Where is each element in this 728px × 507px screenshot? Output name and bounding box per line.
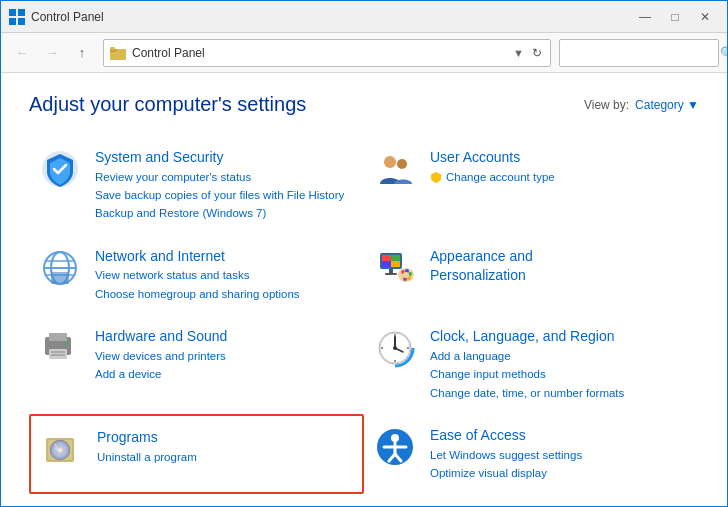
content-area: Adjust your computer's settings View by:…: [1, 73, 727, 507]
ease-of-access-icon: [374, 426, 416, 468]
svg-rect-3: [18, 18, 25, 25]
ease-of-access-text: Ease of Access Let Windows suggest setti…: [430, 426, 689, 482]
appearance-text: Appearance andPersonalization: [430, 247, 689, 286]
up-button[interactable]: ↑: [69, 40, 95, 66]
svg-point-42: [393, 346, 397, 350]
svg-rect-24: [385, 273, 397, 275]
hardware-sound-title[interactable]: Hardware and Sound: [95, 327, 354, 347]
hardware-sound-icon: [39, 327, 81, 369]
hardware-sub-2[interactable]: Add a device: [95, 365, 354, 383]
clock-text: Clock, Language, and Region Add a langua…: [430, 327, 689, 402]
system-security-title[interactable]: System and Security: [95, 148, 354, 168]
network-internet-text: Network and Internet View network status…: [95, 247, 354, 303]
page-title: Adjust your computer's settings: [29, 93, 306, 116]
category-clock[interactable]: Clock, Language, and Region Add a langua…: [364, 315, 699, 414]
search-input[interactable]: [566, 46, 716, 60]
svg-rect-36: [51, 354, 65, 356]
window-title: Control Panel: [31, 10, 104, 24]
clock-sub-1[interactable]: Add a language: [430, 347, 689, 365]
network-internet-title[interactable]: Network and Internet: [95, 247, 354, 267]
svg-rect-22: [391, 261, 400, 267]
svg-rect-1: [18, 9, 25, 16]
svg-rect-19: [382, 255, 391, 261]
programs-subs: Uninstall a program: [97, 448, 352, 466]
svg-rect-33: [49, 333, 67, 341]
svg-point-37: [65, 341, 69, 345]
svg-rect-35: [51, 351, 65, 353]
content-header: Adjust your computer's settings View by:…: [29, 93, 699, 116]
address-chevron-icon[interactable]: ▼: [513, 47, 524, 59]
system-security-sub-3[interactable]: Backup and Restore (Windows 7): [95, 204, 354, 222]
back-button[interactable]: ←: [9, 40, 35, 66]
view-by-dropdown[interactable]: Category ▼: [635, 98, 699, 112]
title-bar-left: Control Panel: [9, 9, 104, 25]
system-security-sub-2[interactable]: Save backup copies of your files with Fi…: [95, 186, 354, 204]
view-by: View by: Category ▼: [584, 98, 699, 112]
system-security-sub-1[interactable]: Review your computer's status: [95, 168, 354, 186]
category-appearance[interactable]: Appearance andPersonalization: [364, 235, 699, 315]
folder-icon: [110, 45, 126, 61]
minimize-button[interactable]: —: [631, 6, 659, 28]
address-text: Control Panel: [132, 46, 507, 60]
svg-rect-21: [382, 261, 391, 267]
categories-grid: System and Security Review your computer…: [29, 136, 699, 494]
user-accounts-subs: Change account type: [430, 168, 689, 186]
maximize-button[interactable]: □: [661, 6, 689, 28]
system-security-text: System and Security Review your computer…: [95, 148, 354, 223]
programs-sub-1[interactable]: Uninstall a program: [97, 448, 352, 466]
appearance-title[interactable]: Appearance andPersonalization: [430, 247, 689, 286]
search-bar[interactable]: 🔍: [559, 39, 719, 67]
clock-icon: [374, 327, 416, 369]
ease-sub-2[interactable]: Optimize visual display: [430, 464, 689, 482]
hardware-sound-text: Hardware and Sound View devices and prin…: [95, 327, 354, 383]
category-system-security[interactable]: System and Security Review your computer…: [29, 136, 364, 235]
clock-title[interactable]: Clock, Language, and Region: [430, 327, 689, 347]
svg-rect-20: [391, 255, 400, 261]
user-accounts-text: User Accounts Change account type: [430, 148, 689, 186]
category-programs[interactable]: Programs Uninstall a program: [29, 414, 364, 494]
svg-rect-10: [396, 178, 398, 180]
ease-of-access-title[interactable]: Ease of Access: [430, 426, 689, 446]
svg-rect-23: [389, 269, 393, 273]
refresh-icon[interactable]: ↻: [530, 46, 544, 60]
svg-point-55: [391, 434, 399, 442]
svg-rect-16: [51, 272, 69, 284]
network-sub-2[interactable]: Choose homegroup and sharing options: [95, 285, 354, 303]
system-security-subs: Review your computer's status Save backu…: [95, 168, 354, 223]
clock-sub-3[interactable]: Change date, time, or number formats: [430, 384, 689, 402]
svg-point-31: [403, 272, 409, 278]
window-controls: — □ ✕: [631, 6, 719, 28]
programs-text: Programs Uninstall a program: [97, 428, 352, 466]
category-network-internet[interactable]: Network and Internet View network status…: [29, 235, 364, 315]
user-accounts-sub-1[interactable]: Change account type: [430, 168, 689, 186]
network-internet-subs: View network status and tasks Choose hom…: [95, 266, 354, 303]
svg-point-8: [384, 156, 396, 168]
forward-button[interactable]: →: [39, 40, 65, 66]
ease-sub-1[interactable]: Let Windows suggest settings: [430, 446, 689, 464]
svg-rect-2: [9, 18, 16, 25]
search-icon[interactable]: 🔍: [720, 46, 728, 60]
clock-subs: Add a language Change input methods Chan…: [430, 347, 689, 402]
appearance-icon: [374, 247, 416, 289]
programs-icon: [41, 428, 83, 470]
user-accounts-icon: [374, 148, 416, 190]
ease-of-access-subs: Let Windows suggest settings Optimize vi…: [430, 446, 689, 483]
system-security-icon: [39, 148, 81, 190]
category-ease-of-access[interactable]: Ease of Access Let Windows suggest setti…: [364, 414, 699, 494]
hardware-sub-1[interactable]: View devices and printers: [95, 347, 354, 365]
address-bar[interactable]: Control Panel ▼ ↻: [103, 39, 551, 67]
navigation-bar: ← → ↑ Control Panel ▼ ↻ 🔍: [1, 33, 727, 73]
network-sub-1[interactable]: View network status and tasks: [95, 266, 354, 284]
hardware-sound-subs: View devices and printers Add a device: [95, 347, 354, 384]
svg-rect-0: [9, 9, 16, 16]
user-accounts-title[interactable]: User Accounts: [430, 148, 689, 168]
category-hardware-sound[interactable]: Hardware and Sound View devices and prin…: [29, 315, 364, 414]
clock-sub-2[interactable]: Change input methods: [430, 365, 689, 383]
svg-point-9: [397, 159, 407, 169]
programs-title[interactable]: Programs: [97, 428, 352, 448]
close-button[interactable]: ✕: [691, 6, 719, 28]
network-internet-icon: [39, 247, 81, 289]
title-bar: Control Panel — □ ✕: [1, 1, 727, 33]
svg-rect-6: [110, 47, 115, 50]
category-user-accounts[interactable]: User Accounts Change account type: [364, 136, 699, 235]
